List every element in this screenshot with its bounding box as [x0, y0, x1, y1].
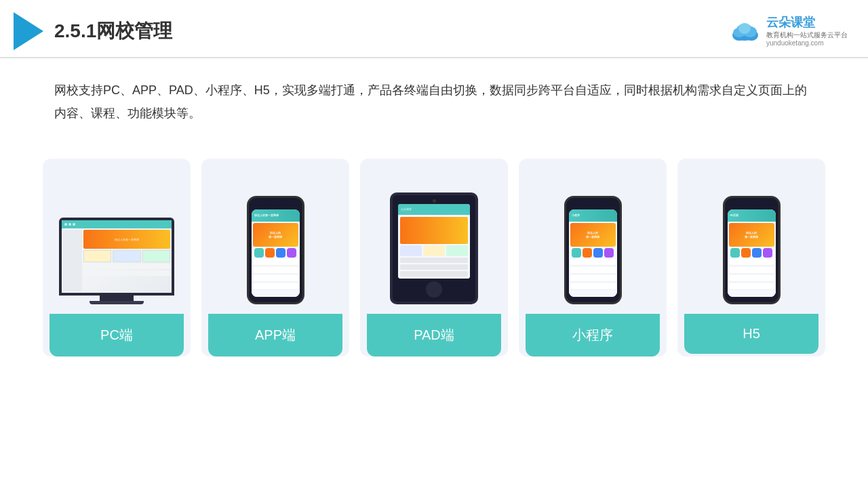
card-h5-image: H5页面 职达人的第一堂网课 [684, 172, 818, 304]
cloud-icon [730, 19, 762, 43]
page-title: 2.5.1网校管理 [54, 18, 172, 44]
pc-mockup: 职达人的第一堂网课 [59, 218, 174, 304]
phone-h5-body: H5页面 职达人的第一堂网课 [723, 196, 781, 304]
card-pc: 职达人的第一堂网课 [43, 159, 191, 357]
header-right: 云朵课堂 教育机构一站式服务云平台 yunduoketang.com [730, 16, 848, 47]
card-pc-image: 职达人的第一堂网课 [50, 172, 184, 304]
card-pad-label: PAD端 [367, 314, 501, 357]
brand-subtitle: 教育机构一站式服务云平台 [766, 30, 848, 39]
cards-container: 职达人的第一堂网课 [0, 145, 868, 370]
tablet-mockup: 云朵课堂 [390, 192, 478, 304]
card-app-label: APP端 [208, 314, 342, 357]
tablet-body: 云朵课堂 [390, 192, 478, 304]
pc-screen: 职达人的第一堂网课 [59, 218, 174, 296]
description-text: 网校支持PC、APP、PAD、小程序、H5，实现多端打通，产品各终端自由切换，数… [0, 58, 868, 138]
card-miniprogram-image: 小程序 职达人的第一堂网课 [526, 172, 660, 304]
brand-logo: 云朵课堂 教育机构一站式服务云平台 yunduoketang.com [730, 16, 848, 47]
card-app-image: 职达人的第一堂网课 职达人的第一堂网课 [208, 172, 342, 304]
phone-app-body: 职达人的第一堂网课 职达人的第一堂网课 [247, 196, 304, 304]
card-h5-label: H5 [684, 314, 818, 354]
card-app: 职达人的第一堂网课 职达人的第一堂网课 [201, 159, 349, 357]
brand-name: 云朵课堂 [766, 16, 815, 30]
logo-triangle-icon [14, 12, 43, 50]
card-pad: 云朵课堂 [360, 159, 508, 357]
brand-text: 云朵课堂 教育机构一站式服务云平台 yunduoketang.com [766, 16, 848, 47]
phone-app-mockup: 职达人的第一堂网课 职达人的第一堂网课 [247, 196, 304, 304]
header: 2.5.1网校管理 云朵课堂 教育机构一站式服务云平台 yunduoketang… [0, 0, 868, 58]
card-pad-image: 云朵课堂 [367, 172, 501, 304]
phone-mini-mockup: 小程序 职达人的第一堂网课 [564, 196, 622, 304]
card-miniprogram-label: 小程序 [526, 314, 660, 357]
card-miniprogram: 小程序 职达人的第一堂网课 [519, 159, 667, 357]
phone-mini-body: 小程序 职达人的第一堂网课 [564, 196, 622, 304]
card-pc-label: PC端 [50, 314, 184, 357]
phone-h5-mockup: H5页面 职达人的第一堂网课 [723, 196, 781, 304]
brand-url: yunduoketang.com [766, 39, 824, 47]
description-paragraph: 网校支持PC、APP、PAD、小程序、H5，实现多端打通，产品各终端自由切换，数… [54, 79, 814, 125]
card-h5: H5页面 职达人的第一堂网课 [677, 159, 825, 357]
svg-point-6 [738, 23, 751, 34]
header-left: 2.5.1网校管理 [14, 12, 172, 50]
